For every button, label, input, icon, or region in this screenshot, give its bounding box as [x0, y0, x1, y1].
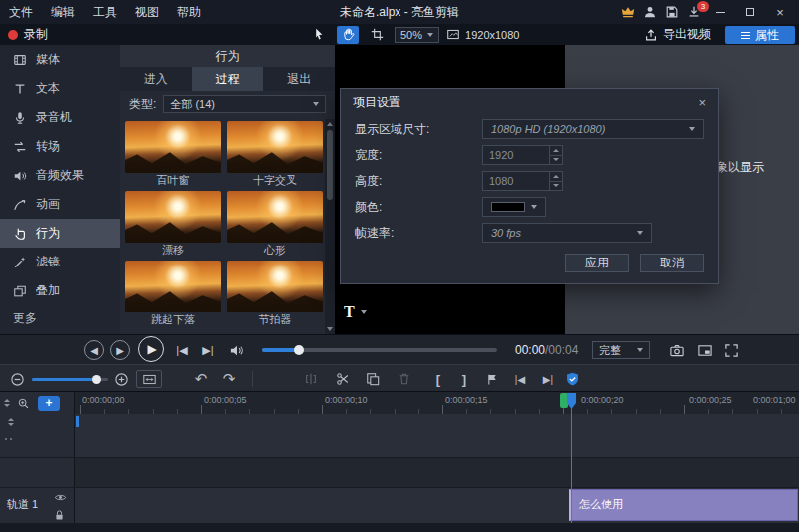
sidebar-item-recorder[interactable]: 录音机 — [0, 103, 120, 132]
sidebar-item-transitions[interactable]: 转场 — [0, 132, 120, 161]
fullscreen-button[interactable] — [721, 340, 741, 360]
canvas-size-icon[interactable] — [446, 28, 460, 41]
width-field[interactable] — [482, 145, 563, 165]
seek-forward-button[interactable]: ▶ — [110, 340, 130, 360]
copy-button[interactable] — [362, 369, 384, 389]
stepper-up-icon[interactable] — [553, 149, 559, 152]
timeline-hscroll-area[interactable] — [0, 523, 799, 532]
dialog-close-icon[interactable]: × — [698, 96, 706, 109]
seek-handle[interactable] — [294, 345, 304, 355]
crown-icon[interactable] — [621, 5, 635, 19]
pip-view-button[interactable] — [695, 340, 715, 360]
volume-button[interactable] — [226, 340, 246, 360]
stepper-down-icon[interactable] — [553, 184, 559, 187]
close-button[interactable]: × — [769, 0, 791, 24]
framerate-select[interactable]: 30 fps — [482, 223, 652, 243]
clip-start-tick[interactable] — [76, 416, 79, 427]
playhead-green-handle[interactable] — [560, 393, 568, 408]
view-mode-select[interactable]: 完整 — [592, 341, 650, 359]
timeline-zoom-slider[interactable] — [32, 378, 108, 381]
tab-enter[interactable]: 进入 — [120, 67, 192, 91]
tab-process[interactable]: 过程 — [192, 67, 264, 91]
play-button[interactable]: ▶ — [138, 336, 164, 362]
download-icon[interactable]: 3 — [687, 5, 701, 19]
select-tool-button[interactable] — [308, 26, 330, 44]
timeline-zoom-in-button[interactable] — [110, 369, 132, 389]
sidebar-item-animation[interactable]: 动画 — [0, 190, 120, 219]
add-track-button[interactable]: + — [38, 396, 60, 411]
magnifier-icon[interactable] — [17, 397, 30, 410]
cut-button[interactable] — [332, 369, 354, 389]
sidebar-item-audio-effects[interactable]: 音频效果 — [0, 161, 120, 190]
behavior-effect-item[interactable]: 跳起下落 — [125, 261, 221, 328]
height-input[interactable] — [483, 172, 549, 190]
type-filter-select[interactable]: 全部 (14) — [163, 95, 326, 113]
properties-button[interactable]: 属性 — [725, 26, 795, 44]
seek-back-button[interactable]: ◀ — [84, 340, 104, 360]
zoom-handle[interactable] — [92, 375, 101, 384]
menu-edit[interactable]: 编辑 — [42, 0, 84, 24]
hand-tool-button[interactable] — [337, 26, 359, 44]
display-size-select[interactable]: 1080p HD (1920x1080) — [482, 119, 704, 139]
menu-tools[interactable]: 工具 — [84, 0, 126, 24]
seek-slider[interactable] — [262, 348, 497, 352]
sidebar-item-media[interactable]: 媒体 — [0, 45, 120, 74]
height-stepper[interactable] — [549, 172, 562, 190]
stepper-up-icon[interactable] — [553, 175, 559, 178]
sidebar-item-text[interactable]: 文本 — [0, 74, 120, 103]
tab-exit[interactable]: 退出 — [263, 67, 335, 91]
minimize-button[interactable] — [709, 0, 731, 24]
delete-button[interactable] — [394, 369, 415, 389]
behavior-effect-item[interactable]: 十字交叉 — [227, 121, 323, 189]
export-video-button[interactable]: 导出视频 — [644, 24, 711, 45]
eye-icon[interactable] — [54, 492, 67, 503]
next-frame-button[interactable]: ▶| — [198, 340, 218, 360]
cancel-button[interactable]: 取消 — [640, 254, 704, 272]
save-icon[interactable] — [665, 5, 679, 19]
timeline-ruler[interactable]: 0:00:00;00 0:00:00;05 0:00:00;10 0:00:00… — [0, 392, 799, 414]
notification-badge[interactable]: 3 — [697, 1, 709, 12]
lock-icon[interactable] — [54, 509, 65, 521]
behavior-effect-item[interactable]: 漂移 — [125, 191, 221, 259]
text-tool-button[interactable]: T — [344, 304, 367, 320]
menu-view[interactable]: 视图 — [126, 0, 168, 24]
stepper-down-icon[interactable] — [553, 158, 559, 161]
behavior-effect-item[interactable]: 节拍器 — [227, 261, 323, 328]
snapshot-button[interactable] — [667, 340, 687, 360]
behavior-effect-item[interactable]: 心形 — [227, 191, 323, 259]
protect-button[interactable] — [561, 369, 583, 389]
fit-timeline-button[interactable] — [136, 370, 162, 388]
prev-frame-button[interactable]: |◀ — [172, 340, 192, 360]
go-to-start-button[interactable]: |◀ — [509, 369, 531, 389]
scrollbar-thumb[interactable] — [327, 130, 333, 200]
sidebar-item-filters[interactable]: 滤镜 — [0, 248, 120, 276]
track-collapse-icon[interactable] — [8, 418, 14, 426]
maximize-button[interactable] — [739, 0, 761, 24]
menu-help[interactable]: 帮助 — [168, 0, 210, 24]
scroll-up-icon[interactable] — [327, 122, 333, 126]
apply-button[interactable]: 应用 — [565, 254, 629, 272]
color-select[interactable] — [482, 197, 546, 217]
zoom-level-select[interactable]: 50% — [395, 27, 439, 43]
track-row-1[interactable]: 轨道 1 怎么使用 — [0, 488, 799, 523]
sidebar-item-behavior[interactable]: 行为 — [0, 219, 120, 248]
record-button[interactable]: 录制 — [8, 24, 48, 45]
height-field[interactable] — [482, 171, 563, 191]
width-input[interactable] — [483, 146, 549, 164]
sidebar-more-button[interactable]: 更多 — [0, 305, 120, 331]
menu-file[interactable]: 文件 — [0, 0, 42, 24]
timeline-clip[interactable]: 怎么使用 — [569, 489, 798, 521]
playhead-line[interactable] — [571, 408, 572, 523]
collapse-arrows-icon[interactable] — [4, 399, 10, 407]
sidebar-item-overlay[interactable]: 叠加 — [0, 276, 120, 305]
mark-in-button[interactable]: [ — [427, 369, 449, 389]
panel-scrollbar[interactable] — [325, 119, 335, 334]
add-marker-button[interactable] — [481, 369, 503, 389]
split-clip-button[interactable] — [300, 369, 322, 389]
width-stepper[interactable] — [549, 146, 562, 164]
redo-button[interactable]: ↷ — [218, 369, 240, 389]
timeline-zoom-out-button[interactable] — [6, 369, 28, 389]
scroll-down-icon[interactable] — [327, 327, 333, 331]
behavior-effect-item[interactable]: 百叶窗 — [125, 121, 221, 189]
go-to-end-button[interactable]: ▶| — [537, 369, 559, 389]
